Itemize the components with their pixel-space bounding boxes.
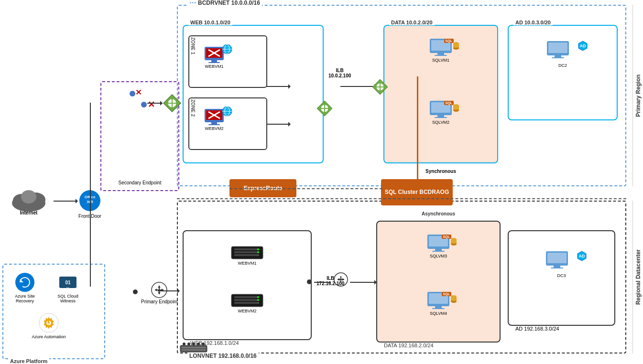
svg-rect-51: [552, 57, 564, 58]
db-svg-2: [453, 104, 459, 112]
line-fd-down: [90, 213, 91, 287]
sql-badge-3: SQL: [442, 235, 451, 239]
main-green-diamond-svg: [163, 94, 182, 113]
svg-point-128: [202, 343, 205, 345]
ad-svg-dc2: AD: [578, 40, 588, 51]
internet-label: Internet: [20, 210, 38, 215]
secondary-ep-connection: ✕: [141, 100, 155, 109]
svg-point-59: [257, 251, 259, 253]
svg-point-38: [453, 45, 459, 48]
x-mark-secondary: ✕: [135, 89, 142, 96]
svg-rect-80: [432, 308, 445, 309]
arrow-internet-to-fd: [54, 201, 77, 202]
svg-rect-89: [551, 268, 563, 268]
webvm1-server-svg: [230, 246, 264, 260]
dc3-label: DC3: [557, 273, 566, 278]
web-subnet-top: WEB 10.0.1.0/20 ZONE 1: [183, 25, 324, 163]
svg-rect-33: [435, 55, 447, 56]
primary-region-text: Primary Region: [635, 75, 642, 117]
svg-point-85: [451, 298, 457, 301]
db-svg-4: [450, 295, 457, 303]
green-diamond-data-left: [371, 78, 389, 96]
ilb-bottom-icon: [334, 272, 348, 288]
asr-label: Azure Site Recovery: [8, 294, 42, 303]
globe-icon-z2: [222, 106, 232, 117]
svg-rect-79: [435, 306, 442, 308]
ad-svg-dc3: AD: [577, 250, 587, 261]
bcdr-vnet-box: ⋯ BCDRVNET 10.0.0.0/16 WEB 10.0.1.0/20 Z…: [177, 5, 626, 186]
dots-icon: ⋯: [189, 0, 196, 7]
webvm1-top-block: WEBVM1: [204, 46, 225, 69]
zone1-label: ZONE 1: [190, 37, 196, 54]
ad-subnet-bottom-label: AD 192.168.3.0/24: [513, 326, 561, 332]
webvm2-top-icon: [204, 108, 225, 125]
svg-marker-96: [338, 278, 339, 281]
svg-point-125: [187, 343, 190, 345]
svg-point-127: [197, 343, 200, 345]
svg-point-60: [257, 254, 259, 256]
diagram-container: Primary Region Regional Datacenter ⋯ BCD…: [0, 0, 643, 364]
svg-rect-5: [208, 62, 220, 63]
sqlvm4-icon: SQL: [426, 291, 450, 310]
db-icon-4: [450, 295, 457, 304]
webvm1-top-icon: [204, 46, 225, 63]
webvm2-top-label: WEBVM2: [205, 126, 223, 131]
sqlvm2-label: SQLVM2: [432, 120, 449, 125]
sqlvm3-block: SQL SQLVM3: [426, 234, 450, 258]
svg-rect-42: [435, 117, 447, 118]
svg-point-65: [257, 296, 259, 298]
primary-region-label: Primary Region: [632, 5, 643, 186]
ad-subnet-top: AD 10.0.3.0/20 AD: [508, 25, 618, 120]
svg-rect-49: [548, 43, 567, 53]
green-diamond-svg: [316, 100, 333, 117]
svg-rect-50: [555, 55, 561, 57]
blue-dot-secondary: [130, 91, 135, 96]
svg-point-115: [15, 273, 34, 292]
black-dot-primary: [307, 279, 312, 284]
webvm2-top-block: WEBVM2: [204, 108, 225, 131]
scw-svg: 01 01: [57, 272, 78, 293]
black-dot-pe: [133, 289, 138, 294]
blue-dot-main: [141, 102, 147, 107]
data-subnet-bottom-label: DATA 192.168.2.0/24: [382, 343, 436, 348]
svg-rect-55: [234, 248, 258, 250]
globe-svg-z1: [222, 44, 232, 54]
synchronous-label: Synchronous: [425, 169, 456, 174]
ad-subnet-top-label: AD 10.0.3.0/20: [513, 20, 553, 25]
db-icon-2: [453, 104, 459, 113]
svg-rect-56: [234, 251, 258, 253]
dc2-label: DC2: [558, 63, 567, 68]
primary-endpoint-svg: [151, 282, 167, 298]
asynchronous-label: Asynchronous: [422, 211, 455, 216]
secondary-ep-dot-x: ✕: [130, 87, 151, 100]
svg-point-47: [453, 107, 459, 110]
azure-site-recovery-block: Azure Site Recovery: [8, 272, 42, 303]
zone2-label: ZONE 2: [190, 99, 196, 117]
data-subnet-top-label: DATA 10.0.2.0/20: [389, 20, 435, 25]
dc2-block: AD DC2: [546, 40, 579, 68]
sql-badge-1: SQL: [444, 39, 454, 43]
svg-text:01: 01: [66, 287, 70, 289]
sql-badge-2: SQL: [444, 101, 454, 105]
sqlvm1-label: SQLVM1: [432, 58, 449, 63]
dc3-block: AD DC3: [545, 250, 578, 278]
data-subnet-top: DATA 10.0.2.0/20 SQL: [383, 25, 498, 163]
svg-rect-32: [437, 53, 444, 55]
svg-rect-15: [211, 122, 217, 124]
arrow-sec-to-diamond: [147, 103, 163, 104]
arrow-web-to-ilb-bottom: [314, 282, 331, 283]
line-fd-up: [90, 103, 91, 213]
sql-badge-4: SQL: [442, 292, 451, 296]
svg-marker-105: [155, 289, 157, 291]
sql-cluster-label: SQL Cluster BCDRAOG: [385, 189, 449, 196]
arrow-web-to-lb: [266, 86, 290, 87]
svg-rect-88: [554, 266, 560, 268]
svg-point-66: [257, 299, 259, 301]
ad-icon-dc3: AD: [577, 250, 587, 262]
sqlvm3-label: SQLVM3: [430, 254, 447, 258]
svg-rect-16: [208, 124, 220, 125]
internet-block: Internet: [10, 186, 48, 215]
line-pe-to-web: [158, 290, 179, 291]
azure-platform-label: Azure Platform: [8, 358, 49, 364]
webvm1-bottom-label: WEBVM1: [238, 261, 256, 266]
